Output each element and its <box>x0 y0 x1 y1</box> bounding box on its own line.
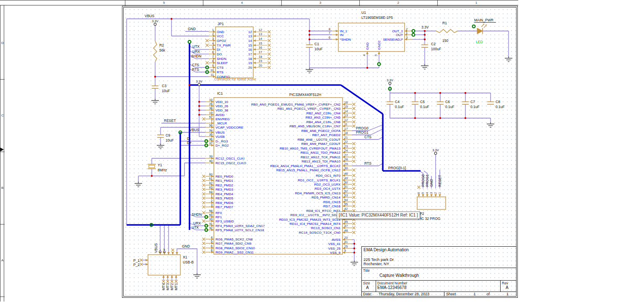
value-label[interactable]: 0.1uF <box>445 105 454 109</box>
reference-label[interactable]: LT1965EMS8E-1P5 <box>361 15 393 20</box>
value-label[interactable]: 8MHz <box>158 168 167 172</box>
value-label[interactable]: 0.1uF <box>420 105 429 109</box>
net-label[interactable]: URX <box>193 221 201 225</box>
reference-label[interactable]: C9 <box>166 133 170 137</box>
value-label[interactable]: 0.1uF <box>470 105 480 109</box>
reference-label[interactable]: R2 <box>159 43 164 47</box>
net-label[interactable]: RTS <box>364 161 371 165</box>
value-label[interactable]: 100uF <box>431 47 441 51</box>
title-block[interactable]: EMA Design Automation 225 Tech park Dr R… <box>361 246 517 297</box>
reference-label[interactable]: R1 <box>442 21 447 25</box>
reference-label[interactable]: PIC 32 PROG <box>418 217 440 221</box>
reference-label[interactable]: JP1 <box>218 22 224 26</box>
pin-number[interactable]: 1 <box>438 192 441 194</box>
led-symbol[interactable] <box>477 28 483 34</box>
pin-number[interactable]: 6 <box>417 192 421 194</box>
net-label[interactable]: D+ <box>187 141 192 145</box>
schematic-drawing[interactable]: 1GND2VCC3GPO24TX_PWR5DI6DO7SHDN8SLEEP9CT… <box>0 0 644 307</box>
reference-label[interactable]: X1 <box>183 255 187 259</box>
resistor-symbol[interactable] <box>436 29 458 33</box>
pin-number[interactable]: 5 <box>421 192 425 194</box>
net-label[interactable]: GND <box>429 179 434 187</box>
component-body-P2[interactable] <box>417 197 446 209</box>
net-label[interactable]: SHDN <box>192 212 202 217</box>
pin-name: IN <box>340 33 343 37</box>
net-label[interactable]: D- <box>158 249 162 253</box>
pin-number[interactable]: 2 <box>434 192 437 194</box>
reference-label[interactable]: IC1 <box>217 91 223 95</box>
pin-number[interactable]: 4 <box>425 192 429 194</box>
component-description[interactable]: Connector for Xtend Xcevr <box>214 77 256 81</box>
pin-name[interactable]: GND2 <box>377 40 381 50</box>
net-label[interactable]: GND <box>182 244 190 248</box>
pin-number[interactable]: 4 <box>362 54 366 56</box>
net-label[interactable]: P_1 <box>133 258 140 263</box>
net-label[interactable]: UTX <box>192 44 200 49</box>
pin-name[interactable]: GND <box>366 42 369 50</box>
value-label[interactable]: 10uF <box>166 138 174 142</box>
net-label[interactable]: VBUS <box>154 243 158 253</box>
net-label[interactable]: MT3 <box>166 283 170 290</box>
net-label[interactable]: PROG[0-1] <box>388 166 406 170</box>
reference-label[interactable]: C2 <box>431 42 436 46</box>
junction-dot <box>151 175 153 177</box>
reference-label[interactable]: C4 <box>395 100 400 104</box>
value-label[interactable]: 10uF <box>314 47 322 51</box>
pin-number[interactable]: 3 <box>429 192 433 194</box>
pin-number: 63 <box>209 186 213 189</box>
component-body-U1[interactable] <box>338 23 405 52</box>
value-label[interactable]: 56k <box>159 48 165 52</box>
net-label[interactable]: PROG1 <box>356 130 369 134</box>
led-light-arrow[interactable] <box>484 25 487 28</box>
reference-label[interactable]: C1 <box>314 42 319 46</box>
component-body-X1[interactable] <box>148 255 180 275</box>
net-label[interactable]: D- <box>187 137 191 141</box>
led-light-arrow[interactable] <box>481 24 484 27</box>
led-label[interactable]: LED <box>476 40 483 44</box>
net-label[interactable]: URX <box>192 49 200 54</box>
net-label[interactable]: RTS <box>192 67 199 72</box>
crystal-body[interactable] <box>149 165 155 168</box>
net-label[interactable]: 3.3V <box>421 25 429 29</box>
led-light-arrow[interactable] <box>486 25 487 25</box>
net-label[interactable]: PROG0 <box>356 126 369 130</box>
led-light-arrow[interactable] <box>483 24 485 24</box>
net-label[interactable]: UTX <box>192 225 199 230</box>
value-label[interactable]: 0.1uF <box>496 105 505 109</box>
net-label[interactable]: VBUS <box>145 14 154 18</box>
pin-number[interactable]: 5 <box>374 54 378 56</box>
reference-label[interactable]: PIC32MX440F512H <box>289 93 321 97</box>
net-label[interactable]: P_2 <box>133 263 140 267</box>
wire[interactable] <box>371 129 383 135</box>
value-label[interactable]: 10uF <box>162 89 170 93</box>
net-label[interactable]: RESET <box>438 175 442 187</box>
value-label[interactable]: 150 <box>442 39 448 43</box>
net-label[interactable]: MT2 <box>170 283 174 290</box>
reference-label[interactable]: C7 <box>470 100 475 104</box>
reference-label[interactable]: C3 <box>162 84 166 88</box>
net-label[interactable]: MT1 <box>174 283 178 290</box>
value-label[interactable]: 0.1uF <box>395 105 404 109</box>
net-label[interactable]: SHDN <box>191 54 201 58</box>
reference-label[interactable]: U1 <box>361 10 366 15</box>
net-label[interactable]: PROG1 <box>425 174 429 187</box>
wire[interactable] <box>424 171 427 173</box>
net-label[interactable]: D+ <box>162 248 166 253</box>
reference-label[interactable]: C6 <box>445 100 450 104</box>
net-label[interactable]: CTS <box>192 63 199 67</box>
reference-label[interactable]: USB-B <box>183 260 194 264</box>
pin-number: 17 <box>344 127 348 131</box>
reference-label[interactable]: Y1 <box>158 163 162 167</box>
reference-label[interactable]: C5 <box>420 100 425 104</box>
net-label[interactable]: PROG0 <box>421 174 425 187</box>
net-label[interactable]: MAIN_PWR <box>474 18 493 22</box>
reference-label[interactable]: P2 <box>420 212 424 216</box>
net-label[interactable]: CTS <box>364 135 371 139</box>
reference-label[interactable]: C8 <box>496 100 500 104</box>
net-label[interactable]: GND <box>188 27 196 31</box>
net-label[interactable]: VBUS <box>190 128 199 132</box>
net-label[interactable]: MT4 <box>161 283 166 290</box>
junction-dot <box>465 117 466 119</box>
resistor-symbol[interactable] <box>153 41 157 62</box>
net-label[interactable]: RESET <box>164 119 176 123</box>
